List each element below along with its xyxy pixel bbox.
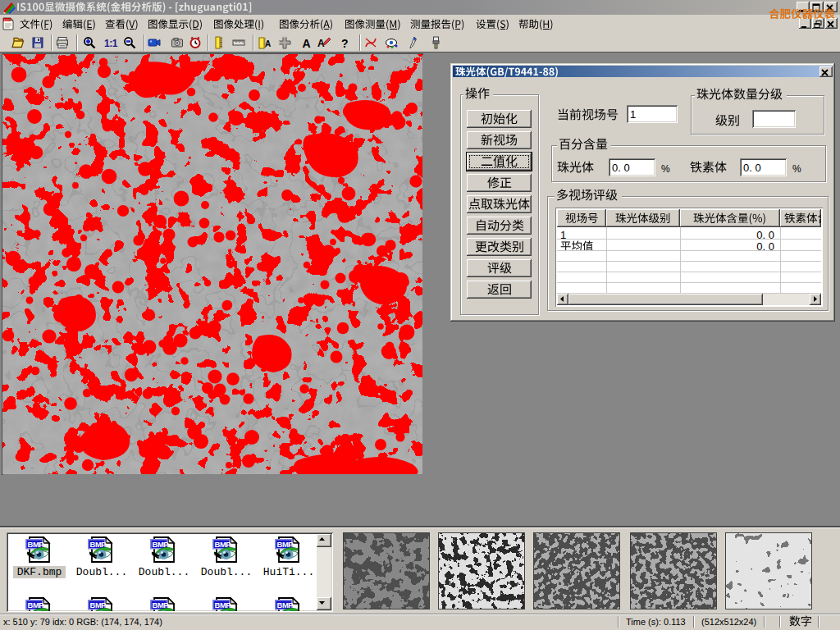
svg-text:?: ? [341,37,349,50]
svg-text:DOC: DOC [4,19,11,22]
svg-text:1:1: 1:1 [104,38,118,49]
svg-text:A: A [265,39,271,48]
svg-text:A: A [303,37,311,50]
